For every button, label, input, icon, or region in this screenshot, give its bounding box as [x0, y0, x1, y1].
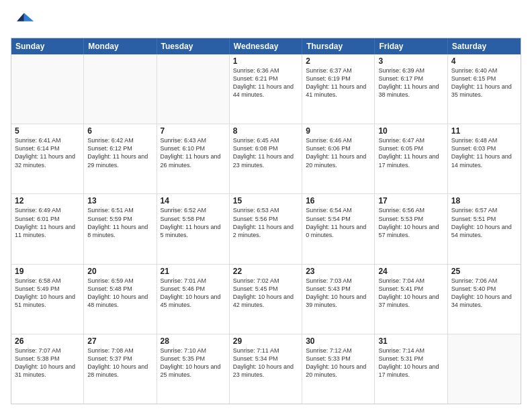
day-number: 10: [378, 126, 443, 136]
cell-info: Sunrise: 6:46 AM Sunset: 6:06 PM Dayligh…: [306, 136, 371, 169]
cell-info: Sunrise: 6:39 AM Sunset: 6:17 PM Dayligh…: [378, 66, 443, 99]
weekday-header-sunday: Sunday: [11, 38, 84, 54]
weekday-header-friday: Friday: [375, 38, 447, 54]
calendar-cell: 7Sunrise: 6:43 AM Sunset: 6:10 PM Daylig…: [157, 124, 230, 193]
page-header: [11, 8, 521, 32]
day-number: 31: [378, 336, 443, 346]
calendar-cell: 9Sunrise: 6:46 AM Sunset: 6:06 PM Daylig…: [302, 124, 375, 193]
svg-marker-0: [24, 13, 34, 21]
calendar-cell: 16Sunrise: 6:54 AM Sunset: 5:54 PM Dayli…: [302, 194, 375, 263]
day-number: 29: [233, 336, 298, 346]
calendar-cell: 3Sunrise: 6:39 AM Sunset: 6:17 PM Daylig…: [375, 54, 447, 124]
day-number: 20: [87, 267, 152, 276]
calendar-cell: 18Sunrise: 6:57 AM Sunset: 5:51 PM Dayli…: [448, 194, 521, 263]
calendar-header: SundayMondayTuesdayWednesdayThursdayFrid…: [11, 38, 521, 54]
day-number: 24: [378, 267, 443, 276]
weekday-header-saturday: Saturday: [448, 38, 521, 54]
cell-info: Sunrise: 7:03 AM Sunset: 5:43 PM Dayligh…: [306, 277, 371, 310]
calendar-cell: 12Sunrise: 6:49 AM Sunset: 6:01 PM Dayli…: [11, 194, 84, 263]
cell-info: Sunrise: 6:59 AM Sunset: 5:48 PM Dayligh…: [87, 277, 152, 310]
day-number: 8: [233, 126, 298, 136]
day-number: 11: [451, 126, 517, 136]
calendar-body: 1Sunrise: 6:36 AM Sunset: 6:21 PM Daylig…: [11, 54, 521, 404]
cell-info: Sunrise: 6:48 AM Sunset: 6:03 PM Dayligh…: [451, 136, 517, 169]
calendar-cell: [11, 54, 84, 124]
calendar-cell: 19Sunrise: 6:58 AM Sunset: 5:49 PM Dayli…: [11, 265, 84, 334]
day-number: 15: [233, 196, 298, 205]
day-number: 25: [451, 267, 517, 276]
cell-info: Sunrise: 6:54 AM Sunset: 5:54 PM Dayligh…: [306, 206, 371, 239]
cell-info: Sunrise: 6:47 AM Sunset: 6:05 PM Dayligh…: [378, 136, 443, 169]
day-number: 13: [87, 196, 152, 205]
calendar-cell: 29Sunrise: 7:11 AM Sunset: 5:34 PM Dayli…: [230, 334, 302, 404]
calendar-cell: 2Sunrise: 6:37 AM Sunset: 6:19 PM Daylig…: [302, 54, 375, 124]
day-number: 22: [233, 267, 298, 276]
calendar-cell: 31Sunrise: 7:14 AM Sunset: 5:31 PM Dayli…: [375, 334, 447, 404]
calendar-cell: 1Sunrise: 6:36 AM Sunset: 6:21 PM Daylig…: [230, 54, 302, 124]
calendar-cell: 22Sunrise: 7:02 AM Sunset: 5:45 PM Dayli…: [230, 265, 302, 334]
day-number: 9: [306, 126, 371, 136]
weekday-header-tuesday: Tuesday: [157, 38, 230, 54]
calendar: SundayMondayTuesdayWednesdayThursdayFrid…: [11, 38, 521, 404]
calendar-cell: 6Sunrise: 6:42 AM Sunset: 6:12 PM Daylig…: [84, 124, 157, 193]
calendar-cell: 27Sunrise: 7:08 AM Sunset: 5:37 PM Dayli…: [84, 334, 157, 404]
weekday-header-monday: Monday: [84, 38, 157, 54]
day-number: 17: [378, 196, 443, 205]
weekday-header-wednesday: Wednesday: [230, 38, 302, 54]
weekday-header-thursday: Thursday: [302, 38, 375, 54]
calendar-cell: 30Sunrise: 7:12 AM Sunset: 5:33 PM Dayli…: [302, 334, 375, 404]
calendar-cell: 24Sunrise: 7:04 AM Sunset: 5:41 PM Dayli…: [375, 265, 447, 334]
calendar-row-4: 19Sunrise: 6:58 AM Sunset: 5:49 PM Dayli…: [11, 264, 521, 334]
day-number: 6: [87, 126, 152, 136]
cell-info: Sunrise: 6:57 AM Sunset: 5:51 PM Dayligh…: [451, 206, 517, 239]
calendar-cell: 11Sunrise: 6:48 AM Sunset: 6:03 PM Dayli…: [448, 124, 521, 193]
calendar-cell: 26Sunrise: 7:07 AM Sunset: 5:38 PM Dayli…: [11, 334, 84, 404]
day-number: 21: [161, 267, 226, 276]
day-number: 5: [15, 126, 80, 136]
cell-info: Sunrise: 6:45 AM Sunset: 6:08 PM Dayligh…: [233, 136, 298, 169]
calendar-cell: [448, 334, 521, 404]
cell-info: Sunrise: 7:08 AM Sunset: 5:37 PM Dayligh…: [87, 347, 152, 379]
cell-info: Sunrise: 6:42 AM Sunset: 6:12 PM Dayligh…: [87, 136, 152, 169]
calendar-cell: 17Sunrise: 6:56 AM Sunset: 5:53 PM Dayli…: [375, 194, 447, 263]
calendar-row-1: 1Sunrise: 6:36 AM Sunset: 6:21 PM Daylig…: [11, 54, 521, 124]
cell-info: Sunrise: 6:36 AM Sunset: 6:21 PM Dayligh…: [233, 66, 298, 99]
calendar-cell: 8Sunrise: 6:45 AM Sunset: 6:08 PM Daylig…: [230, 124, 302, 193]
cell-info: Sunrise: 6:37 AM Sunset: 6:19 PM Dayligh…: [306, 66, 371, 99]
cell-info: Sunrise: 7:02 AM Sunset: 5:45 PM Dayligh…: [233, 277, 298, 310]
day-number: 4: [451, 56, 517, 66]
svg-marker-1: [17, 13, 24, 21]
day-number: 3: [378, 56, 443, 66]
cell-info: Sunrise: 6:40 AM Sunset: 6:15 PM Dayligh…: [451, 66, 517, 99]
logo-icon: [11, 8, 35, 32]
day-number: 7: [161, 126, 226, 136]
calendar-cell: 28Sunrise: 7:10 AM Sunset: 5:35 PM Dayli…: [157, 334, 230, 404]
day-number: 30: [306, 336, 371, 346]
cell-info: Sunrise: 6:41 AM Sunset: 6:14 PM Dayligh…: [15, 136, 80, 169]
calendar-cell: 4Sunrise: 6:40 AM Sunset: 6:15 PM Daylig…: [448, 54, 521, 124]
day-number: 23: [306, 267, 371, 276]
cell-info: Sunrise: 6:43 AM Sunset: 6:10 PM Dayligh…: [161, 136, 226, 169]
day-number: 16: [306, 196, 371, 205]
cell-info: Sunrise: 7:01 AM Sunset: 5:46 PM Dayligh…: [161, 277, 226, 310]
cell-info: Sunrise: 6:51 AM Sunset: 5:59 PM Dayligh…: [87, 206, 152, 239]
calendar-row-3: 12Sunrise: 6:49 AM Sunset: 6:01 PM Dayli…: [11, 193, 521, 263]
cell-info: Sunrise: 6:52 AM Sunset: 5:58 PM Dayligh…: [161, 206, 226, 239]
day-number: 19: [15, 267, 80, 276]
cell-info: Sunrise: 7:12 AM Sunset: 5:33 PM Dayligh…: [306, 347, 371, 379]
calendar-cell: [84, 54, 157, 124]
calendar-cell: 15Sunrise: 6:53 AM Sunset: 5:56 PM Dayli…: [230, 194, 302, 263]
calendar-cell: 20Sunrise: 6:59 AM Sunset: 5:48 PM Dayli…: [84, 265, 157, 334]
day-number: 18: [451, 196, 517, 205]
cell-info: Sunrise: 7:07 AM Sunset: 5:38 PM Dayligh…: [15, 347, 80, 379]
calendar-cell: [157, 54, 230, 124]
cell-info: Sunrise: 6:58 AM Sunset: 5:49 PM Dayligh…: [15, 277, 80, 310]
calendar-row-5: 26Sunrise: 7:07 AM Sunset: 5:38 PM Dayli…: [11, 334, 521, 404]
day-number: 2: [306, 56, 371, 66]
cell-info: Sunrise: 7:14 AM Sunset: 5:31 PM Dayligh…: [378, 347, 443, 379]
cell-info: Sunrise: 7:06 AM Sunset: 5:40 PM Dayligh…: [451, 277, 517, 310]
calendar-cell: 25Sunrise: 7:06 AM Sunset: 5:40 PM Dayli…: [448, 265, 521, 334]
calendar-row-2: 5Sunrise: 6:41 AM Sunset: 6:14 PM Daylig…: [11, 124, 521, 193]
calendar-cell: 23Sunrise: 7:03 AM Sunset: 5:43 PM Dayli…: [302, 265, 375, 334]
calendar-cell: 13Sunrise: 6:51 AM Sunset: 5:59 PM Dayli…: [84, 194, 157, 263]
